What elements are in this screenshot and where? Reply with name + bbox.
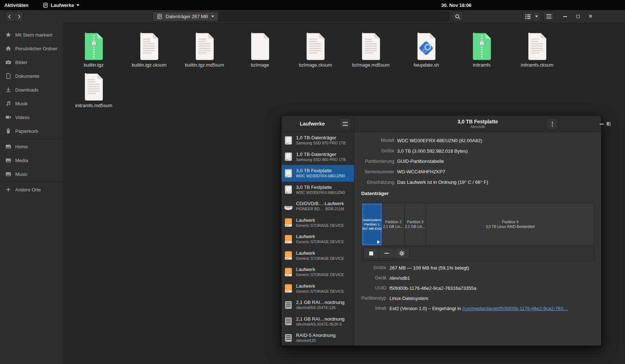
disks-menu-button[interactable] bbox=[339, 118, 351, 130]
view-options-button[interactable] bbox=[533, 12, 541, 21]
minimize-icon bbox=[600, 124, 604, 124]
device-row-selected[interactable]: 3,0 TB Festplatte WDC WD30EFRX-68EUZN0 bbox=[282, 165, 354, 182]
unmount-button[interactable] bbox=[364, 248, 379, 258]
file-item[interactable]: bzImage.cksum bbox=[288, 27, 343, 68]
activities-button[interactable]: Aktivitäten bbox=[4, 3, 28, 8]
partition-segment-4[interactable]: Partition 4 3,0 TB Linux RAID-Bestandtei… bbox=[426, 203, 594, 246]
mount-point-link[interactable]: /run/media/daniel/f50fd00b-1176-46e2-9ca… bbox=[462, 306, 568, 311]
file-item[interactable]: fwupdate.sh bbox=[399, 27, 454, 68]
minimize-button[interactable] bbox=[598, 116, 605, 132]
location-label: Datenträger 267 MB bbox=[166, 14, 208, 19]
device-title: 3,0 TB Festplatte bbox=[296, 185, 345, 190]
device-row[interactable]: Laufwerk Generic STORAGE DEVICE bbox=[282, 231, 354, 247]
file-name: bzImage.md5sum bbox=[352, 62, 389, 68]
minimize-button[interactable] bbox=[562, 10, 568, 23]
device-row[interactable]: Laufwerk Generic STORAGE DEVICE bbox=[282, 264, 354, 280]
maximize-button[interactable] bbox=[575, 10, 581, 23]
current-location-button[interactable]: Datenträger 267 MB bbox=[153, 12, 218, 21]
partition-segment-3[interactable]: Partition 3 2,1 GB Lin… bbox=[405, 203, 426, 246]
sidebar-item-pictures[interactable]: Bilder bbox=[0, 55, 63, 69]
device-row[interactable]: 2,1 GB RAI…nordnung /dev/md/AS-204TE:126 bbox=[282, 297, 354, 313]
blank-file-icon bbox=[249, 33, 271, 60]
sidebar-separator bbox=[0, 139, 63, 139]
sidebar-item-starred[interactable]: Mit Stern markiert bbox=[0, 28, 63, 42]
device-row[interactable]: Laufwerk Generic STORAGE DEVICE bbox=[282, 280, 354, 297]
file-name: fwupdate.sh bbox=[413, 62, 439, 68]
close-button[interactable]: ✕ bbox=[587, 10, 594, 23]
sidebar-item-downloads[interactable]: Downloads bbox=[0, 83, 63, 97]
hamburger-icon bbox=[546, 14, 551, 18]
sidebar-drive-music[interactable]: Music bbox=[0, 167, 63, 181]
device-row[interactable]: 1,0 TB-Datenträger Samsung SSD 860 PRO 1… bbox=[282, 149, 354, 165]
device-subtitle: Samsung SSD 860 PRO 1TB bbox=[296, 157, 346, 162]
file-item[interactable]: builtin.tgz bbox=[66, 27, 121, 68]
drive-options-button[interactable] bbox=[546, 118, 558, 130]
search-button[interactable] bbox=[452, 12, 463, 21]
minus-icon bbox=[384, 253, 389, 254]
app-menu-button[interactable]: Laufwerke bbox=[43, 3, 79, 8]
sidebar-drive-media[interactable]: Media bbox=[0, 153, 63, 167]
hard-disk-icon bbox=[284, 136, 293, 145]
file-manager-sidebar: Mit Stern markiert Persönlicher Ordner B… bbox=[0, 23, 64, 364]
sidebar-item-label: Music bbox=[15, 172, 28, 177]
detail-value: 3,0 TB (3.000.592.982.016 Bytes) bbox=[397, 148, 488, 154]
sidebar-item-music[interactable]: Musik bbox=[0, 97, 63, 110]
device-subtitle: WDC WD30EFRX-68EUZN0 bbox=[296, 174, 345, 178]
location-entry[interactable] bbox=[218, 12, 449, 21]
forward-button[interactable] bbox=[14, 12, 23, 21]
disks-sidebar-header: Laufwerke bbox=[282, 116, 354, 132]
file-item[interactable]: builtin.tgz.md5sum bbox=[177, 27, 232, 68]
sidebar-drive-home[interactable]: Home bbox=[0, 140, 63, 153]
volumes-section-title: Datenträger bbox=[361, 191, 389, 196]
file-item[interactable]: initramfs.cksum bbox=[509, 27, 565, 68]
device-title: 1,0 TB-Datenträger bbox=[296, 135, 346, 141]
sidebar-item-label: Musik bbox=[15, 101, 28, 106]
device-row[interactable]: CD/DVD/B…-Laufwerk PIONEER BD… BDR-211M bbox=[282, 198, 354, 215]
close-button[interactable]: ✕ bbox=[605, 116, 611, 132]
file-item[interactable]: builtin.tgz.cksum bbox=[121, 27, 177, 68]
partition-details-grid: Größe 267 MB — 109 MB frei (59,1% belegt… bbox=[359, 263, 568, 313]
camera-icon bbox=[5, 59, 11, 65]
partition-options-button[interactable] bbox=[394, 248, 409, 258]
file-item[interactable]: bzImage.md5sum bbox=[343, 27, 399, 68]
sidebar-item-label: Mit Stern markiert bbox=[15, 32, 53, 38]
file-item[interactable]: initramfs.md5sum bbox=[66, 68, 121, 108]
close-icon: ✕ bbox=[606, 121, 611, 127]
home-icon bbox=[5, 46, 11, 51]
sidebar-item-home-folder[interactable]: Persönlicher Ordner bbox=[0, 42, 63, 55]
gnome-top-panel: Aktivitäten Laufwerke 30. Nov 18:06 bbox=[0, 0, 625, 10]
path-bar: Datenträger 267 MB bbox=[153, 12, 449, 21]
partition-segment-2[interactable]: Partition 2 2,1 GB Lin… bbox=[383, 203, 405, 246]
device-title: 3,0 TB Festplatte bbox=[296, 168, 345, 174]
device-row[interactable]: Laufwerk Generic STORAGE DEVICE bbox=[282, 215, 354, 231]
device-row[interactable]: Laufwerk Generic STORAGE DEVICE bbox=[282, 247, 354, 264]
chevron-down-icon bbox=[211, 16, 214, 17]
back-button[interactable] bbox=[5, 12, 14, 21]
sidebar-item-videos[interactable]: Videos bbox=[0, 110, 63, 124]
partition-segment-1[interactable]: Dateisystem Partition 1 267 MB Ext2 bbox=[362, 203, 383, 246]
device-row[interactable]: 2,1 GB RAI…nordnung /dev/md/AS-204TE-0E2… bbox=[282, 313, 354, 330]
drive-icon bbox=[5, 171, 11, 177]
device-row[interactable]: 1,0 TB-Datenträger Samsung SSD 970 PRO 1… bbox=[282, 132, 354, 149]
detail-label: Einschätzung bbox=[359, 180, 394, 185]
device-row[interactable]: RAID-5 Anordnung /dev/md125 bbox=[282, 330, 354, 346]
device-title: RAID-5 Anordnung bbox=[296, 333, 336, 338]
sidebar-item-other-places[interactable]: Andere Orte bbox=[0, 183, 63, 196]
partition-line: 2,1 GB Lin… bbox=[383, 224, 404, 229]
menu-button[interactable] bbox=[543, 12, 554, 21]
device-row[interactable]: 3,0 TB Festplatte WDC WD30EFRX-68EUZN0 bbox=[282, 182, 354, 198]
clock[interactable]: 30. Nov 18:06 bbox=[441, 3, 471, 8]
usb-drive-icon bbox=[284, 218, 293, 227]
sidebar-item-trash[interactable]: Papierkorb bbox=[0, 124, 63, 138]
delete-partition-button[interactable] bbox=[379, 248, 394, 258]
sidebar-item-documents[interactable]: Dokumente bbox=[0, 69, 63, 83]
desktop: Aktivitäten Laufwerke 30. Nov 18:06 Date… bbox=[0, 0, 625, 364]
device-subtitle: Generic STORAGE DEVICE bbox=[296, 223, 344, 228]
device-title: Laufwerk bbox=[296, 283, 344, 289]
file-item[interactable]: bzImage bbox=[232, 27, 288, 68]
detail-label: Modell bbox=[359, 138, 394, 143]
sidebar-item-label: Dokumente bbox=[15, 73, 39, 79]
file-name: builtin.tgz.cksum bbox=[132, 62, 166, 68]
list-view-button[interactable] bbox=[522, 12, 533, 21]
file-item[interactable]: initramfs bbox=[454, 27, 509, 68]
